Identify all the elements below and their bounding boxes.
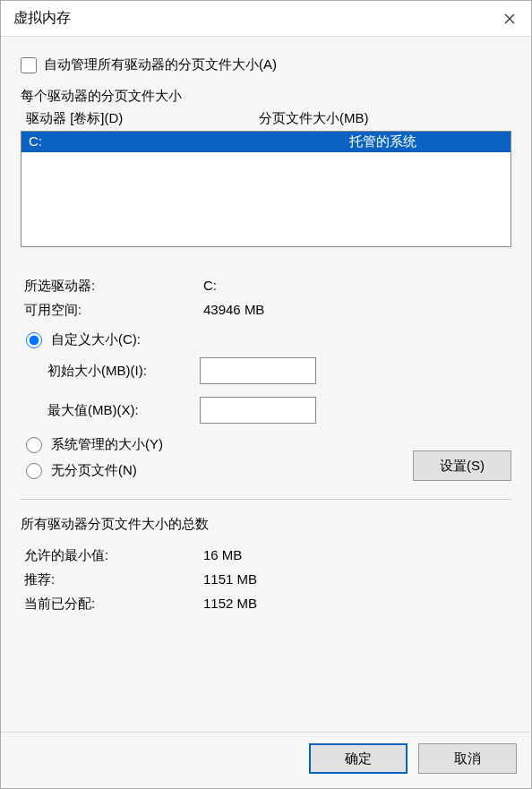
free-space-value: 43946 MB: [203, 302, 511, 319]
dialog-content: 自动管理所有驱动器的分页文件大小(A) 每个驱动器的分页文件大小 驱动器 [卷标…: [1, 37, 531, 732]
min-allowed-value: 16 MB: [203, 547, 511, 564]
recommended-label: 推荐:: [24, 571, 203, 588]
auto-manage-label[interactable]: 自动管理所有驱动器的分页文件大小(A): [44, 56, 277, 73]
recommended-value: 1151 MB: [203, 571, 511, 588]
drive-row[interactable]: C: 托管的系统: [21, 132, 511, 152]
no-pagefile-label[interactable]: 无分页文件(N): [51, 462, 137, 479]
initial-size-input[interactable]: [200, 357, 316, 384]
divider: [21, 499, 511, 500]
initial-size-label: 初始大小(MB)(I):: [47, 363, 200, 380]
custom-size-radio[interactable]: [26, 332, 42, 348]
cancel-button[interactable]: 取消: [418, 743, 517, 774]
close-icon: [504, 13, 515, 24]
dialog-footer: 确定 取消: [1, 732, 531, 788]
custom-size-row: 自定义大小(C):: [21, 331, 511, 348]
min-allowed-label: 允许的最小值:: [24, 547, 203, 564]
drive-row-size: 托管的系统: [262, 133, 503, 150]
currently-allocated-value: 1152 MB: [203, 596, 511, 613]
set-button[interactable]: 设置(S): [413, 450, 511, 481]
custom-size-label[interactable]: 自定义大小(C):: [51, 331, 141, 348]
free-space-label: 可用空间:: [24, 302, 203, 319]
titlebar: 虚拟内存: [1, 1, 531, 37]
drive-listbox[interactable]: C: 托管的系统: [21, 131, 511, 247]
ok-button[interactable]: 确定: [309, 743, 408, 774]
maximum-size-input[interactable]: [200, 397, 316, 424]
drive-row-drive: C:: [29, 133, 262, 150]
auto-manage-row: 自动管理所有驱动器的分页文件大小(A): [21, 56, 511, 73]
per-drive-group-label: 每个驱动器的分页文件大小: [21, 88, 511, 105]
initial-size-row: 初始大小(MB)(I):: [21, 357, 511, 384]
window-title: 虚拟内存: [13, 9, 71, 28]
maximum-size-row: 最大值(MB)(X):: [21, 397, 511, 424]
virtual-memory-dialog: 虚拟内存 自动管理所有驱动器的分页文件大小(A) 每个驱动器的分页文件大小 驱动…: [0, 0, 532, 789]
system-managed-label[interactable]: 系统管理的大小(Y): [51, 436, 163, 453]
close-button[interactable]: [488, 1, 531, 37]
header-pagefile: 分页文件大小(MB): [259, 110, 506, 127]
maximum-size-label: 最大值(MB)(X):: [47, 402, 200, 419]
system-managed-radio[interactable]: [26, 437, 42, 453]
auto-manage-checkbox[interactable]: [21, 57, 37, 73]
currently-allocated-label: 当前已分配:: [24, 596, 203, 613]
selected-drive-info: 所选驱动器: C: 可用空间: 43946 MB: [21, 278, 511, 319]
no-pagefile-radio[interactable]: [26, 463, 42, 479]
header-drive: 驱动器 [卷标](D): [26, 110, 259, 127]
selected-drive-label: 所选驱动器:: [24, 278, 203, 295]
drive-list-headers: 驱动器 [卷标](D) 分页文件大小(MB): [21, 110, 511, 127]
selected-drive-value: C:: [203, 278, 511, 295]
totals-group-label: 所有驱动器分页文件大小的总数: [21, 516, 511, 533]
